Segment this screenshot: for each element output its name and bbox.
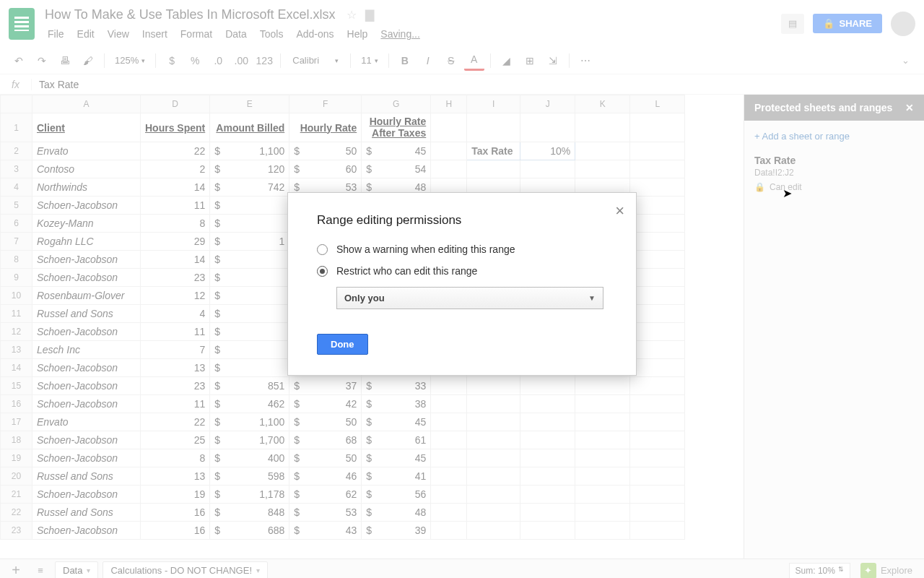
merge-button[interactable]: ⇲: [543, 51, 563, 71]
more-formats-button[interactable]: 123: [254, 51, 274, 71]
col-header[interactable]: E: [210, 95, 289, 113]
protected-range-item[interactable]: Tax Rate Data!I2:J2 🔒Can edit: [754, 155, 914, 192]
row-header[interactable]: 23: [1, 522, 32, 540]
col-header[interactable]: J: [520, 95, 575, 113]
table-row[interactable]: 18 Schoen-Jacobson 25 $1,700 $68 $61: [1, 431, 685, 449]
table-row[interactable]: 3 Contoso 2 $120 $60 $54: [1, 160, 685, 178]
menu-format[interactable]: Format: [175, 27, 218, 41]
fill-color-button[interactable]: ◢: [497, 51, 517, 71]
col-header[interactable]: F: [289, 95, 362, 113]
zoom-select[interactable]: 125%▾: [110, 55, 149, 66]
row-header[interactable]: 19: [1, 449, 32, 467]
menu-addons[interactable]: Add-ons: [290, 27, 339, 41]
row-header[interactable]: 3: [1, 160, 32, 178]
collapse-toolbar-icon[interactable]: ⌄: [902, 55, 915, 66]
formula-value[interactable]: Tax Rate: [32, 79, 86, 90]
table-row[interactable]: 15 Schoen-Jacobson 23 $851 $37 $33: [1, 377, 685, 395]
restrict-select[interactable]: Only you ▼: [336, 287, 603, 309]
menu-insert[interactable]: Insert: [136, 27, 173, 41]
table-row[interactable]: 16 Schoen-Jacobson 11 $462 $42 $38: [1, 395, 685, 413]
close-icon[interactable]: ✕: [905, 102, 914, 113]
col-header[interactable]: G: [362, 95, 431, 113]
menu-file[interactable]: File: [42, 27, 70, 41]
document-title[interactable]: How To Make & Use Tables In Microsoft Ex…: [42, 6, 338, 24]
chevron-down-icon[interactable]: ▾: [87, 566, 90, 574]
percent-button[interactable]: %: [185, 51, 205, 71]
col-header[interactable]: A: [32, 95, 141, 113]
chevron-down-icon: ▼: [588, 294, 596, 302]
redo-button[interactable]: ↷: [32, 51, 52, 71]
table-row[interactable]: 19 Schoen-Jacobson 8 $400 $50 $45: [1, 449, 685, 467]
col-header[interactable]: K: [575, 95, 630, 113]
col-header[interactable]: H: [431, 95, 467, 113]
chevron-down-icon[interactable]: ▾: [256, 566, 260, 574]
sheet-tab-data[interactable]: Data▾: [55, 561, 98, 578]
print-button[interactable]: 🖶: [55, 51, 75, 71]
borders-button[interactable]: ⊞: [520, 51, 540, 71]
text-color-button[interactable]: A: [464, 51, 484, 71]
menu-data[interactable]: Data: [219, 27, 253, 41]
table-row[interactable]: 17 Envato 22 $1,100 $50 $45: [1, 413, 685, 431]
lock-icon: 🔒: [823, 18, 834, 29]
table-row[interactable]: 2 Envato 22 $1,100 $50 $45 Tax Rate10%: [1, 142, 685, 160]
table-row[interactable]: 20 Russel and Sons 13 $598 $46 $41: [1, 467, 685, 486]
row-header[interactable]: 9: [1, 269, 32, 287]
app-header: How To Make & Use Tables In Microsoft Ex…: [0, 0, 924, 47]
font-size-select[interactable]: 11▾: [357, 55, 382, 66]
menu-tools[interactable]: Tools: [254, 27, 289, 41]
strike-button[interactable]: S: [441, 51, 461, 71]
user-avatar[interactable]: [891, 12, 915, 36]
row-header[interactable]: 16: [1, 395, 32, 413]
row-header[interactable]: 14: [1, 359, 32, 377]
star-icon[interactable]: ☆: [346, 8, 357, 22]
row-header[interactable]: 18: [1, 431, 32, 449]
close-icon[interactable]: ×: [615, 202, 624, 220]
radio-warning[interactable]: Show a warning when editing this range: [317, 243, 607, 255]
row-header[interactable]: 15: [1, 377, 32, 395]
radio-restrict[interactable]: Restrict who can edit this range: [317, 265, 607, 277]
add-sheet-button[interactable]: +: [6, 562, 26, 578]
row-header[interactable]: 4: [1, 178, 32, 197]
col-header[interactable]: I: [467, 95, 520, 113]
menu-help[interactable]: Help: [341, 27, 374, 41]
menu-view[interactable]: View: [102, 27, 135, 41]
italic-button[interactable]: I: [418, 51, 438, 71]
col-header[interactable]: D: [141, 95, 210, 113]
quicksum-display[interactable]: Sum: 10%⇅: [789, 563, 850, 579]
share-button[interactable]: 🔒SHARE: [813, 14, 882, 33]
row-header[interactable]: 13: [1, 341, 32, 359]
row-header[interactable]: 17: [1, 413, 32, 431]
currency-button[interactable]: $: [162, 51, 182, 71]
done-button[interactable]: Done: [317, 334, 368, 355]
dec-increase-button[interactable]: .00: [231, 51, 251, 71]
add-range-link[interactable]: + Add a sheet or range: [754, 131, 914, 142]
sheet-tab-calculations[interactable]: Calculations - DO NOT CHANGE!▾: [103, 561, 268, 578]
folder-icon[interactable]: ▇: [365, 8, 374, 22]
col-header[interactable]: L: [630, 95, 685, 113]
table-row[interactable]: 22 Russel and Sons 16 $848 $53 $48: [1, 504, 685, 522]
table-row[interactable]: 23 Schoen-Jacobson 16 $688 $43 $39: [1, 522, 685, 540]
row-header[interactable]: 12: [1, 323, 32, 341]
row-header[interactable]: 2: [1, 142, 32, 160]
all-sheets-button[interactable]: ≡: [30, 565, 51, 576]
undo-button[interactable]: ↶: [9, 51, 29, 71]
row-header[interactable]: 1: [1, 113, 32, 142]
explore-button[interactable]: ✦Explore: [855, 563, 918, 579]
row-header[interactable]: 5: [1, 197, 32, 215]
paint-format-button[interactable]: 🖌: [78, 51, 98, 71]
font-select[interactable]: Calibri▾: [287, 55, 344, 66]
row-header[interactable]: 8: [1, 251, 32, 269]
row-header[interactable]: 6: [1, 215, 32, 233]
bold-button[interactable]: B: [395, 51, 415, 71]
more-button[interactable]: ⋯: [575, 51, 596, 71]
menu-edit[interactable]: Edit: [71, 27, 100, 41]
row-header[interactable]: 21: [1, 486, 32, 504]
row-header[interactable]: 22: [1, 504, 32, 522]
row-header[interactable]: 11: [1, 305, 32, 323]
table-row[interactable]: 21 Schoen-Jacobson 19 $1,178 $62 $56: [1, 486, 685, 504]
comments-button[interactable]: ▤: [781, 14, 804, 34]
dec-decrease-button[interactable]: .0: [208, 51, 228, 71]
row-header[interactable]: 7: [1, 233, 32, 251]
row-header[interactable]: 10: [1, 287, 32, 305]
row-header[interactable]: 20: [1, 467, 32, 486]
